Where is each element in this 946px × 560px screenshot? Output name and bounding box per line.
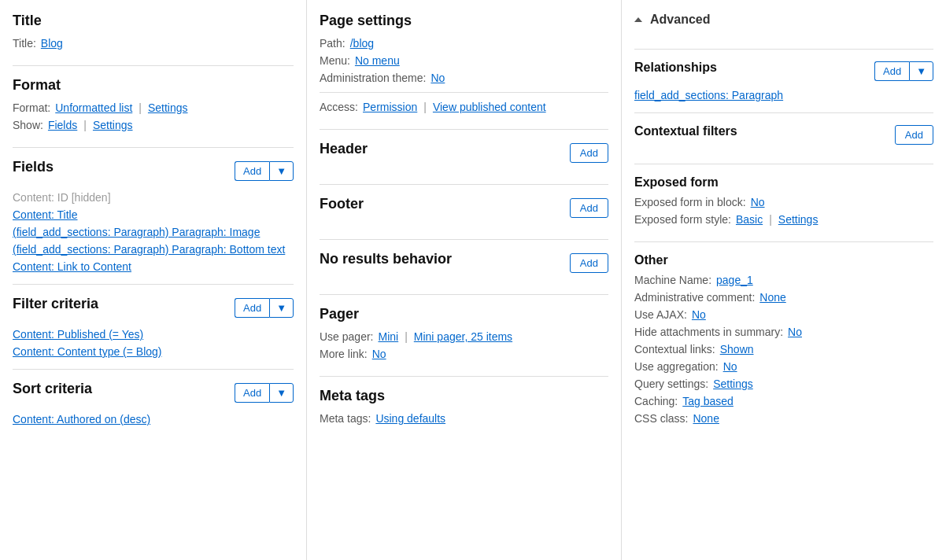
contextual-filters-heading: Contextual filters — [634, 124, 737, 138]
fields-item-link-1[interactable]: Content: Title — [13, 208, 78, 221]
admin-theme-value-link[interactable]: No — [431, 72, 445, 84]
access-sep: | — [423, 101, 427, 113]
relationships-add-button[interactable]: Add — [874, 61, 909, 81]
sort-section: Sort criteria Add ▼ Content: Authored on… — [13, 381, 294, 437]
format-heading: Format — [13, 77, 294, 94]
admin-theme-label: Administration theme: — [320, 72, 426, 84]
fields-item-0: Content: ID [hidden] — [13, 191, 294, 204]
use-ajax-value[interactable]: No — [692, 308, 706, 321]
sort-add-button[interactable]: Add — [235, 383, 269, 403]
access-view-link[interactable]: View published content — [433, 101, 546, 113]
query-settings-value[interactable]: Settings — [713, 378, 753, 390]
middle-panel: Page settings Path: /blog Menu: No menu … — [307, 0, 622, 560]
pager-sep: | — [405, 330, 408, 343]
pager-mini-link[interactable]: Mini — [378, 330, 398, 343]
fields-item-link-2[interactable]: (field_add_sections: Paragraph) Paragrap… — [13, 226, 260, 238]
title-section: Title Title: Blog — [13, 13, 294, 66]
fields-item-3: (field_add_sections: Paragraph) Paragrap… — [13, 243, 294, 256]
machine-name-value[interactable]: page_1 — [716, 274, 753, 286]
relationships-add-dropdown[interactable]: ▼ — [909, 61, 933, 81]
right-panel: Advanced Relationships Add ▼ field_add_s… — [622, 0, 946, 560]
exposed-form-style-label: Exposed form style: — [634, 213, 731, 226]
pager-mini-25-link[interactable]: Mini pager, 25 items — [414, 330, 512, 343]
header-add-button[interactable]: Add — [570, 143, 608, 163]
advanced-header-section: Advanced — [634, 13, 933, 50]
fields-add-button[interactable]: Add — [235, 161, 269, 181]
title-value-link[interactable]: Blog — [41, 37, 63, 50]
admin-comment-value[interactable]: None — [759, 291, 785, 304]
fields-add-group: Add ▼ — [235, 161, 294, 181]
no-results-add-button[interactable]: Add — [570, 253, 608, 273]
exposed-form-block-label: Exposed form in block: — [634, 196, 746, 208]
exposed-form-basic-link[interactable]: Basic — [736, 213, 763, 226]
use-aggregation-value[interactable]: No — [723, 360, 737, 373]
menu-label: Menu: — [320, 54, 350, 67]
caching-value[interactable]: Tag based — [682, 395, 734, 407]
no-results-section: No results behavior Add — [320, 251, 608, 295]
fields-heading: Fields — [13, 159, 54, 175]
filter-item-link-0[interactable]: Content: Published (= Yes) — [13, 328, 143, 341]
exposed-form-settings-link[interactable]: Settings — [778, 213, 819, 226]
hide-attachments-value[interactable]: No — [788, 326, 802, 338]
show-fields-link[interactable]: Fields — [48, 119, 77, 131]
meta-tags-value-link[interactable]: Using defaults — [375, 412, 445, 425]
format-settings-link[interactable]: Settings — [148, 101, 188, 114]
show-settings-link[interactable]: Settings — [93, 119, 133, 131]
sort-heading: Sort criteria — [13, 381, 92, 397]
filter-add-button[interactable]: Add — [235, 298, 269, 318]
pager-heading: Pager — [320, 306, 608, 322]
left-panel: Title Title: Blog Format Format: Unforma… — [0, 0, 307, 560]
use-ajax-label: Use AJAX: — [634, 308, 687, 321]
relationships-add-group: Add ▼ — [874, 61, 933, 81]
menu-value-link[interactable]: No menu — [355, 54, 400, 67]
contextual-filters-section: Contextual filters Add — [634, 124, 933, 164]
other-section: Other Machine Name: page_1 Administrativ… — [634, 253, 933, 440]
fields-item-2: (field_add_sections: Paragraph) Paragrap… — [13, 226, 294, 238]
filter-section: Filter criteria Add ▼ Content: Published… — [13, 296, 294, 370]
hide-attachments-label: Hide attachments in summary: — [634, 326, 783, 338]
sort-add-dropdown[interactable]: ▼ — [269, 383, 294, 403]
format-sep1: | — [139, 101, 142, 114]
footer-add-button[interactable]: Add — [570, 198, 608, 218]
contextual-links-value[interactable]: Shown — [720, 343, 754, 356]
filter-heading: Filter criteria — [13, 296, 98, 312]
contextual-filters-add-button[interactable]: Add — [895, 125, 933, 145]
fields-item-link-4[interactable]: Content: Link to Content — [13, 260, 131, 273]
access-label: Access: — [320, 101, 358, 113]
filter-add-group: Add ▼ — [235, 298, 294, 318]
fields-item-link-3[interactable]: (field_add_sections: Paragraph) Paragrap… — [13, 243, 285, 256]
meta-tags-label: Meta tags: — [320, 412, 371, 425]
page-settings-section: Page settings Path: /blog Menu: No menu … — [320, 13, 608, 130]
relationships-link[interactable]: field_add_sections: Paragraph — [634, 89, 783, 101]
no-results-heading: No results behavior — [320, 251, 452, 267]
access-permission-link[interactable]: Permission — [363, 101, 417, 113]
page-settings-heading: Page settings — [320, 13, 608, 29]
advanced-heading: Advanced — [650, 13, 710, 27]
footer-heading: Footer — [320, 196, 364, 212]
css-class-value[interactable]: None — [693, 412, 719, 425]
path-value-link[interactable]: /blog — [350, 37, 374, 50]
filter-item-link-1[interactable]: Content: Content type (= Blog) — [13, 345, 162, 358]
fields-section: Fields Add ▼ Content: ID [hidden] Conten… — [13, 159, 294, 285]
header-heading: Header — [320, 141, 368, 157]
contextual-links-label: Contextual links: — [634, 343, 715, 356]
other-heading: Other — [634, 253, 933, 267]
relationships-heading: Relationships — [634, 61, 717, 75]
sort-add-group: Add ▼ — [235, 383, 294, 403]
header-section: Header Add — [320, 141, 608, 185]
format-value-link[interactable]: Unformatted list — [55, 101, 132, 114]
footer-section: Footer Add — [320, 196, 608, 240]
machine-name-label: Machine Name: — [634, 274, 711, 286]
caching-label: Caching: — [634, 395, 678, 407]
format-label: Format: — [13, 101, 50, 114]
query-settings-label: Query settings: — [634, 378, 708, 390]
more-link-value[interactable]: No — [372, 348, 386, 360]
sort-item-link-0[interactable]: Content: Authored on (desc) — [13, 413, 150, 426]
exposed-form-block-value[interactable]: No — [751, 196, 765, 208]
css-class-label: CSS class: — [634, 412, 688, 425]
fields-add-dropdown[interactable]: ▼ — [269, 161, 294, 181]
sort-item-0: Content: Authored on (desc) — [13, 413, 294, 426]
fields-item-1: Content: Title — [13, 208, 294, 221]
filter-add-dropdown[interactable]: ▼ — [269, 298, 294, 318]
fields-item-4: Content: Link to Content — [13, 260, 294, 273]
